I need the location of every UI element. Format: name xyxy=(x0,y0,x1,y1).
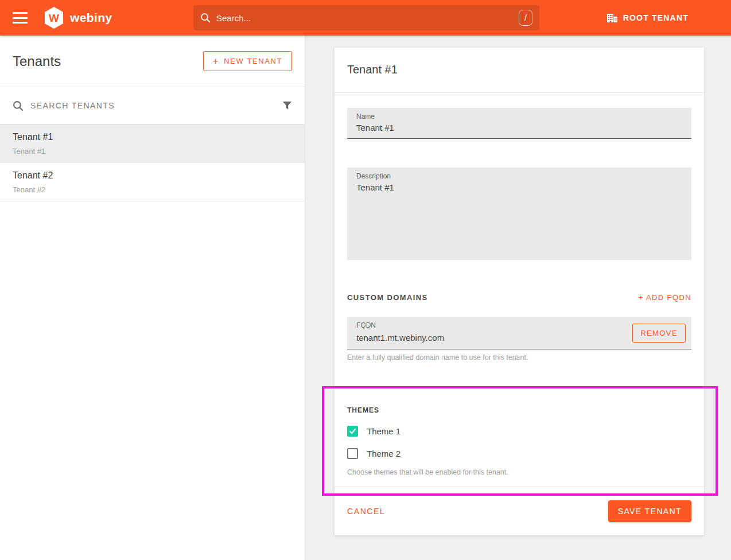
tenant-search-input[interactable] xyxy=(30,101,275,110)
add-fqdn-button[interactable]: + ADD FQDN xyxy=(639,293,691,302)
page-title: Tenants xyxy=(13,53,61,69)
name-input[interactable] xyxy=(347,108,691,138)
search-icon xyxy=(13,100,24,111)
menu-icon[interactable] xyxy=(13,12,28,24)
checkmark-icon xyxy=(349,427,356,435)
fqdn-field-label: FQDN xyxy=(356,321,376,329)
theme-option-label[interactable]: Theme 1 xyxy=(367,426,401,436)
brand-name: webiny xyxy=(70,11,112,25)
fqdn-helper-text: Enter a fully qualified domain name to u… xyxy=(347,353,691,361)
global-search[interactable]: / xyxy=(193,5,539,30)
plus-icon: + xyxy=(213,57,220,65)
slash-shortcut-badge: / xyxy=(519,10,532,26)
fqdn-input[interactable] xyxy=(347,318,632,348)
search-icon xyxy=(200,13,211,23)
custom-domains-heading: CUSTOM DOMAINS xyxy=(347,293,428,302)
name-field-label: Name xyxy=(356,112,375,120)
tenant-selector[interactable]: ROOT TENANT xyxy=(606,13,689,24)
theme-option-row[interactable]: Theme 2 xyxy=(347,448,401,459)
tenant-list-item[interactable]: Tenant #1 Tenant #1 xyxy=(0,125,305,163)
topbar: W webiny / ROOT T xyxy=(0,0,731,36)
description-field: Description Tenant #1 xyxy=(347,168,691,260)
remove-fqdn-button[interactable]: REMOVE xyxy=(632,324,686,343)
themes-helper-text: Choose themes that will be enabled for t… xyxy=(347,468,691,476)
description-field-label: Description xyxy=(356,172,391,180)
svg-text:W: W xyxy=(49,12,59,24)
theme-1-checkbox[interactable] xyxy=(347,426,358,437)
tenant-search-bar xyxy=(0,87,305,125)
theme-2-checkbox[interactable] xyxy=(347,448,358,459)
tenant-details-card: Tenant #1 Name Description Tenant #1 CUS… xyxy=(335,48,704,535)
name-field: Name xyxy=(347,108,691,139)
tenant-list-item[interactable]: Tenant #2 Tenant #2 xyxy=(0,163,305,201)
tenants-list-panel: Tenants + NEW TENANT Tenant #1 Tenant #1… xyxy=(0,36,305,560)
tenant-item-title: Tenant #1 xyxy=(13,132,292,142)
fqdn-field: FQDN REMOVE xyxy=(347,317,691,349)
theme-option-row[interactable]: Theme 1 xyxy=(347,426,401,437)
new-tenant-button-label: NEW TENANT xyxy=(224,57,282,65)
global-search-input[interactable] xyxy=(216,13,519,23)
webiny-logo: W webiny xyxy=(44,6,112,29)
description-input[interactable]: Tenant #1 xyxy=(347,168,691,260)
save-tenant-button[interactable]: SAVE TENANT xyxy=(608,500,691,522)
tenant-form-title: Tenant #1 xyxy=(347,63,691,76)
tenant-selector-label: ROOT TENANT xyxy=(623,13,689,22)
theme-option-label[interactable]: Theme 2 xyxy=(367,449,401,458)
user-avatar[interactable] xyxy=(701,7,722,28)
filter-icon[interactable] xyxy=(282,101,292,110)
tenant-item-subtitle: Tenant #2 xyxy=(13,185,292,194)
tenant-item-title: Tenant #2 xyxy=(13,170,292,181)
new-tenant-button[interactable]: + NEW TENANT xyxy=(203,51,292,71)
webiny-hexagon-icon: W xyxy=(44,6,64,29)
themes-heading: THEMES xyxy=(347,406,691,414)
cancel-button[interactable]: CANCEL xyxy=(347,502,385,520)
tenant-item-subtitle: Tenant #1 xyxy=(13,147,292,155)
building-icon xyxy=(606,13,618,24)
